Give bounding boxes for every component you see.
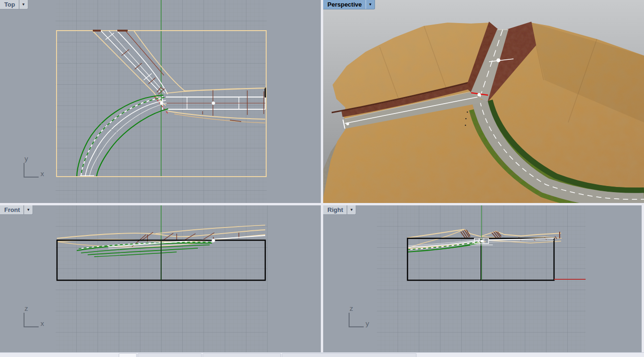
- viewport-menu-arrow-icon[interactable]: ▼: [366, 0, 375, 9]
- viewport-menu-arrow-icon[interactable]: ▼: [347, 205, 356, 214]
- viewport-title-label: Right: [323, 205, 347, 214]
- viewport-perspective: Perspective ▼: [323, 0, 644, 203]
- viewport-right: Right ▼ z y: [323, 205, 642, 352]
- viewport-title-top[interactable]: Top ▼: [0, 0, 28, 9]
- viewport-title-label: Top: [0, 0, 19, 9]
- top-view-canvas[interactable]: [0, 0, 321, 203]
- viewport-title-label: Perspective: [323, 0, 366, 9]
- viewport-title-right[interactable]: Right ▼: [323, 205, 356, 215]
- bottom-panel-tab: [119, 353, 137, 357]
- viewport-menu-arrow-icon[interactable]: ▼: [24, 205, 33, 214]
- viewport-front: Front ▼ z x: [0, 205, 321, 352]
- front-view-canvas[interactable]: [0, 205, 321, 352]
- right-view-canvas[interactable]: [323, 205, 642, 352]
- perspective-view-canvas[interactable]: [323, 0, 644, 203]
- viewport-title-front[interactable]: Front ▼: [0, 205, 33, 215]
- viewport-title-label: Front: [0, 205, 24, 214]
- viewport-top: Top ▼ y x: [0, 0, 321, 203]
- viewport-title-perspective[interactable]: Perspective ▼: [323, 0, 375, 9]
- bottom-panel-tab: [282, 353, 416, 357]
- bottom-panel-tab: [203, 353, 281, 357]
- bottom-panel-tab: [138, 353, 202, 357]
- viewport-menu-arrow-icon[interactable]: ▼: [19, 0, 28, 9]
- bottom-panel-edge: [0, 352, 644, 357]
